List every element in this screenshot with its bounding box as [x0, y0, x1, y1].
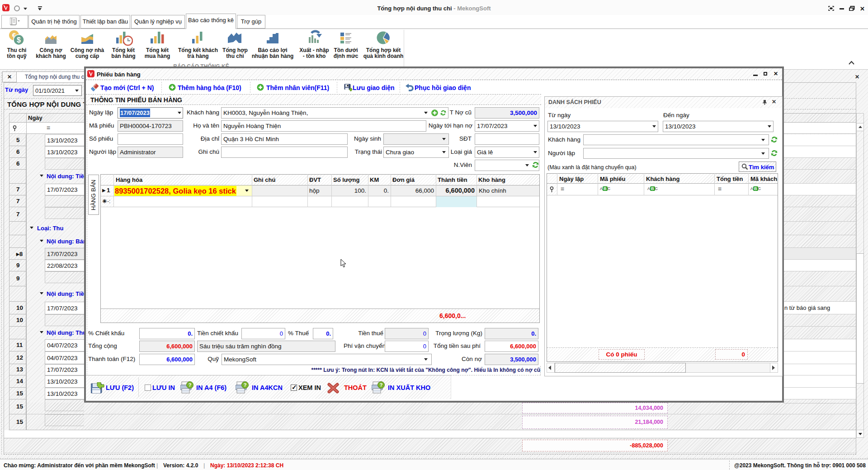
svg-text:$: $: [17, 36, 21, 44]
